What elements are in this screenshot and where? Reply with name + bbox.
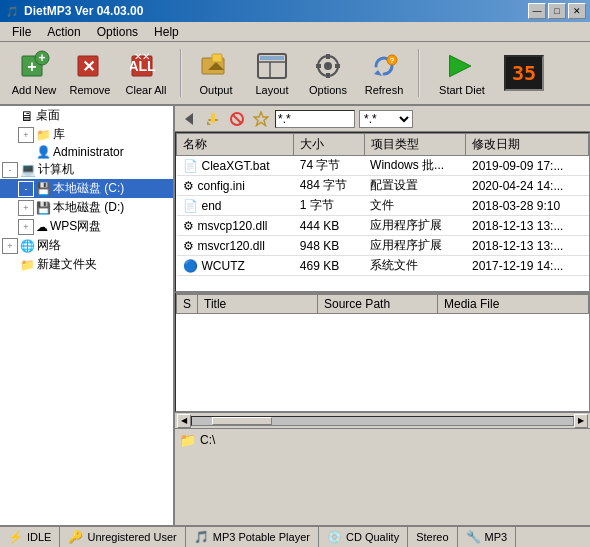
file-size-cell: 1 字节	[294, 196, 364, 216]
refresh-button[interactable]: ? Refresh	[358, 46, 410, 100]
output-button[interactable]: Output	[190, 46, 242, 100]
add-new-button[interactable]: + + Add New	[8, 46, 60, 100]
close-button[interactable]: ✕	[568, 3, 586, 19]
remove-button[interactable]: ✕ Remove	[64, 46, 116, 100]
status-channel: Stereo	[408, 527, 457, 547]
remove-label: Remove	[70, 84, 111, 96]
file-tree[interactable]: 🖥 桌面 + 📁 库 👤 Administrator - 💻 计算机 - 💾 本…	[0, 106, 175, 525]
clear-all-icon: ALL ✕✕	[130, 50, 162, 82]
tree-label: 网络	[37, 237, 61, 254]
title-bar-controls: — □ ✕	[528, 3, 586, 19]
playlist-col-s[interactable]: S	[177, 295, 198, 314]
clear-all-button[interactable]: ALL ✕✕ Clear All	[120, 46, 172, 100]
tree-label: 计算机	[38, 161, 74, 178]
refresh-icon: ?	[368, 50, 400, 82]
filter-input[interactable]	[275, 110, 355, 128]
table-row[interactable]: ⚙config.ini 484 字节 配置设置 2020-04-24 14:..…	[177, 176, 589, 196]
options-button[interactable]: Options	[302, 46, 354, 100]
filter-back-icon[interactable]	[179, 109, 199, 129]
file-table: 名称 大小 项目类型 修改日期 📄CleaXGT.bat 74 字节 Windo…	[176, 133, 589, 276]
menu-file[interactable]: File	[4, 23, 39, 41]
table-row[interactable]: ⚙msvcr120.dll 948 KB 应用程序扩展 2018-12-13 1…	[177, 236, 589, 256]
output-label: Output	[199, 84, 232, 96]
maximize-button[interactable]: □	[548, 3, 566, 19]
tree-item-wps[interactable]: + ☁ WPS网盘	[0, 217, 173, 236]
title-bar: 🎵 DietMP3 Ver 04.03.00 — □ ✕	[0, 0, 590, 22]
svg-text:✕: ✕	[82, 58, 95, 75]
playlist-col-title[interactable]: Title	[198, 295, 318, 314]
svg-rect-21	[335, 64, 340, 68]
channel-text: Stereo	[416, 531, 448, 543]
scroll-left-arrow[interactable]: ◀	[177, 414, 191, 428]
tree-item-network[interactable]: + 🌐 网络	[0, 236, 173, 255]
svg-marker-28	[207, 121, 211, 125]
tree-item-desktop[interactable]: 🖥 桌面	[0, 106, 173, 125]
tree-toggle[interactable]: +	[18, 200, 34, 216]
filter-type-dropdown[interactable]: *.* *.mp3 *.wav	[359, 110, 413, 128]
menu-options[interactable]: Options	[89, 23, 146, 41]
file-size-cell: 74 字节	[294, 156, 364, 176]
start-diet-button[interactable]: Start Diet	[428, 46, 496, 100]
file-modified-cell: 2017-12-19 14:...	[466, 256, 589, 276]
table-row[interactable]: 📄end 1 字节 文件 2018-03-28 9:10	[177, 196, 589, 216]
playlist-col-media[interactable]: Media File	[438, 295, 589, 314]
col-type[interactable]: 项目类型	[364, 134, 466, 156]
tree-toggle[interactable]: +	[2, 238, 18, 254]
tree-item-library[interactable]: + 📁 库	[0, 125, 173, 144]
svg-text:?: ?	[390, 56, 395, 65]
tree-item-drive-d[interactable]: + 💾 本地磁盘 (D:)	[0, 198, 173, 217]
col-size[interactable]: 大小	[294, 134, 364, 156]
file-type-cell: 应用程序扩展	[364, 216, 466, 236]
menu-help[interactable]: Help	[146, 23, 187, 41]
table-row[interactable]: 🔵WCUTZ 469 KB 系统文件 2017-12-19 14:...	[177, 256, 589, 276]
file-modified-cell: 2018-12-13 13:...	[466, 236, 589, 256]
filter-circle-icon[interactable]	[227, 109, 247, 129]
layout-button[interactable]: Layout	[246, 46, 298, 100]
playlist-area[interactable]: S Title Source Path Media File	[175, 292, 590, 412]
col-name[interactable]: 名称	[177, 134, 294, 156]
file-list[interactable]: 名称 大小 项目类型 修改日期 📄CleaXGT.bat 74 字节 Windo…	[175, 132, 590, 292]
tree-item-new-folder[interactable]: 📁 新建文件夹	[0, 255, 173, 274]
svg-rect-29	[211, 113, 215, 123]
hscroll-thumb[interactable]	[212, 417, 272, 425]
player-text: MP3 Potable Player	[213, 531, 310, 543]
svg-marker-25	[450, 55, 471, 76]
svg-rect-18	[326, 54, 330, 59]
tree-toggle[interactable]: -	[18, 181, 34, 197]
hscroll-track[interactable]	[191, 416, 574, 426]
tree-toggle[interactable]: +	[18, 127, 34, 143]
filter-bar: *.* *.mp3 *.wav	[175, 106, 590, 132]
scroll-right-arrow[interactable]: ▶	[574, 414, 588, 428]
format-icon: 🔧	[466, 530, 481, 544]
menu-bar: File Action Options Help	[0, 22, 590, 42]
file-name-cell: 🔵WCUTZ	[177, 256, 294, 276]
svg-marker-32	[254, 112, 268, 126]
filter-star-icon[interactable]	[251, 109, 271, 129]
file-modified-cell: 2018-12-13 13:...	[466, 216, 589, 236]
clear-all-label: Clear All	[126, 84, 167, 96]
tree-toggle[interactable]: +	[18, 219, 34, 235]
table-row[interactable]: ⚙msvcp120.dll 444 KB 应用程序扩展 2018-12-13 1…	[177, 216, 589, 236]
title-bar-left: 🎵 DietMP3 Ver 04.03.00	[4, 3, 143, 19]
playlist-col-source[interactable]: Source Path	[318, 295, 438, 314]
col-modified[interactable]: 修改日期	[466, 134, 589, 156]
menu-action[interactable]: Action	[39, 23, 88, 41]
tree-label: 库	[53, 126, 65, 143]
tree-toggle[interactable]: -	[2, 162, 18, 178]
status-bar: ⚡ IDLE 🔑 Unregistered User 🎵 MP3 Potable…	[0, 525, 590, 547]
file-modified-cell: 2019-09-09 17:...	[466, 156, 589, 176]
tree-item-drive-c[interactable]: - 💾 本地磁盘 (C:)	[0, 179, 173, 198]
tree-item-computer[interactable]: - 💻 计算机	[0, 160, 173, 179]
toolbar: + + Add New ✕ Remove ALL ✕✕ Clear All	[0, 42, 590, 106]
file-type-cell: Windows 批...	[364, 156, 466, 176]
start-diet-icon	[446, 50, 478, 82]
table-row[interactable]: 📄CleaXGT.bat 74 字节 Windows 批... 2019-09-…	[177, 156, 589, 176]
playlist-table: S Title Source Path Media File	[176, 294, 589, 314]
idle-icon: ⚡	[8, 530, 23, 544]
tree-item-admin[interactable]: 👤 Administrator	[0, 144, 173, 160]
filter-pencil-icon[interactable]	[203, 109, 223, 129]
app-icon: 🎵	[4, 3, 20, 19]
file-modified-cell: 2020-04-24 14:...	[466, 176, 589, 196]
minimize-button[interactable]: —	[528, 3, 546, 19]
quality-text: CD Quality	[346, 531, 399, 543]
